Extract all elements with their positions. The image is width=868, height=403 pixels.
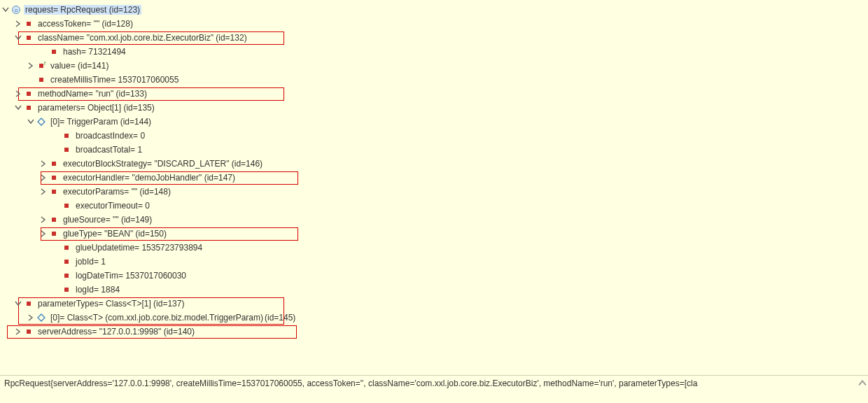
tree-label: executorHandler= "demoJobHandler" (id=14… xyxy=(62,173,237,183)
tree-row-createMillisTime[interactable]: createMillisTime= 1537017060055 xyxy=(0,73,868,87)
expand-toggle[interactable] xyxy=(13,102,24,113)
tree-row-accessToken[interactable]: accessToken= "" (id=128) xyxy=(0,17,868,31)
tree-label: logId= 1884 xyxy=(74,285,121,295)
tree-label: parameters= Object[1] (id=135) xyxy=(36,103,156,113)
tree-label: broadcastTotal= 1 xyxy=(74,145,144,155)
tree-row-logId[interactable]: logId= 1884 xyxy=(0,283,868,297)
tree-label: broadcastIndex= 0 xyxy=(74,131,146,141)
field-icon xyxy=(49,229,59,239)
svg-rect-9 xyxy=(27,106,31,110)
expand-toggle[interactable] xyxy=(13,32,24,43)
svg-rect-22 xyxy=(27,302,31,306)
field-icon xyxy=(49,173,59,183)
tree-row-jobId[interactable]: jobId= 1 xyxy=(0,255,868,269)
svg-rect-4 xyxy=(52,50,56,54)
field-icon xyxy=(24,89,34,99)
tree-row-glueSource[interactable]: glueSource= "" (id=149) xyxy=(0,213,868,227)
svg-rect-10 xyxy=(64,134,69,138)
field-icon xyxy=(49,187,59,197)
final-field-icon: f xyxy=(36,61,46,71)
field-icon xyxy=(62,201,71,211)
tree-label: executorTimeout= 0 xyxy=(74,201,151,211)
svg-rect-5 xyxy=(39,64,43,68)
svg-rect-21 xyxy=(64,288,69,292)
svg-rect-20 xyxy=(64,274,69,278)
tree-row-executorHandler[interactable]: executorHandler= "demoJobHandler" (id=14… xyxy=(0,171,868,185)
expand-toggle[interactable] xyxy=(38,172,49,183)
field-icon xyxy=(62,257,71,267)
expand-toggle[interactable] xyxy=(38,228,49,239)
svg-rect-12 xyxy=(52,162,56,166)
expand-toggle[interactable] xyxy=(25,312,36,323)
tree-row-broadcastIndex[interactable]: broadcastIndex= 0 xyxy=(0,129,868,143)
detail-text: RpcRequest{serverAddress='127.0.0.1:9998… xyxy=(4,379,697,388)
tree-row-hash[interactable]: hash= 71321494 xyxy=(0,45,868,59)
svg-rect-7 xyxy=(39,78,43,82)
expand-toggle[interactable] xyxy=(13,18,24,29)
tree-row-parameterTypes[interactable]: parameterTypes= Class<T>[1] (id=137) xyxy=(0,297,868,311)
tree-row-executorBlockStrategy[interactable]: executorBlockStrategy= "DISCARD_LATER" (… xyxy=(0,157,868,171)
tree-label: accessToken= "" (id=128) xyxy=(36,19,134,29)
expand-toggle[interactable] xyxy=(38,186,49,197)
tree-row-parameters[interactable]: parameters= Object[1] (id=135) xyxy=(0,101,868,115)
svg-rect-11 xyxy=(64,148,69,152)
svg-rect-14 xyxy=(52,190,56,194)
tree-row-glueUpdatetime[interactable]: glueUpdatetime= 1535723793894 xyxy=(0,241,868,255)
tree-label: request= RpcRequest (id=123) xyxy=(24,5,141,15)
tree-label: glueUpdatetime= 1535723793894 xyxy=(74,243,204,253)
tree-row-glueType[interactable]: glueType= "BEAN" (id=150) xyxy=(0,227,868,241)
tree-row-broadcastTotal[interactable]: broadcastTotal= 1 xyxy=(0,143,868,157)
tree-row-executorParams[interactable]: executorParams= "" (id=148) xyxy=(0,185,868,199)
tree-label: [0]= Class<T> (com.xxl.job.core.biz.mode… xyxy=(49,313,265,323)
expand-toggle[interactable] xyxy=(38,214,49,225)
tree-row-request[interactable]: o request= RpcRequest (id=123) xyxy=(0,3,868,17)
tree-label: jobId= 1 xyxy=(74,257,107,267)
array-element-icon xyxy=(36,313,46,323)
expand-toggle[interactable] xyxy=(38,158,49,169)
tree-row-value[interactable]: f value= (id=141) xyxy=(0,59,868,73)
field-icon xyxy=(49,159,59,169)
tree-row-methodName[interactable]: methodName= "run" (id=133) xyxy=(0,87,868,101)
tree-row-parameterType0[interactable]: [0]= Class<T> (com.xxl.job.core.biz.mode… xyxy=(0,311,868,325)
expand-toggle[interactable] xyxy=(25,116,36,127)
field-icon xyxy=(49,215,59,225)
tree-label: hash= 71321494 xyxy=(62,47,127,57)
tree-label: parameterTypes= Class<T>[1] (id=137) xyxy=(36,299,186,309)
svg-rect-15 xyxy=(64,204,69,208)
tree-label: value= (id=141) xyxy=(49,61,110,71)
tree-row-className[interactable]: className= "com.xxl.job.core.biz.Executo… xyxy=(0,31,868,45)
tree-row-serverAddress[interactable]: serverAddress= "127.0.0.1:9998" (id=140) xyxy=(0,325,868,339)
tree-label: glueType= "BEAN" (id=150) xyxy=(62,229,168,239)
tree-label: executorBlockStrategy= "DISCARD_LATER" (… xyxy=(62,159,264,169)
array-element-icon xyxy=(36,117,46,127)
expand-toggle[interactable] xyxy=(13,88,24,99)
svg-rect-3 xyxy=(27,36,31,40)
field-icon xyxy=(62,243,71,253)
expand-toggle[interactable] xyxy=(0,4,11,15)
scroll-up-icon[interactable] xyxy=(858,379,867,388)
tree-label: executorParams= "" (id=148) xyxy=(62,187,172,197)
tree-row-param0[interactable]: [0]= TriggerParam (id=144) xyxy=(0,115,868,129)
field-icon xyxy=(62,271,71,281)
svg-text:f: f xyxy=(44,61,46,66)
tree-label-suffix: (id=145) xyxy=(265,313,297,323)
detail-pane[interactable]: RpcRequest{serverAddress='127.0.0.1:9998… xyxy=(0,375,868,403)
tree-label: serverAddress= "127.0.0.1:9998" (id=140) xyxy=(36,327,196,337)
field-icon xyxy=(49,47,59,57)
expand-toggle[interactable] xyxy=(25,60,36,71)
field-icon xyxy=(24,33,34,43)
field-icon xyxy=(24,19,34,29)
expand-toggle[interactable] xyxy=(13,298,24,309)
expand-toggle[interactable] xyxy=(13,326,24,337)
tree-row-executorTimeout[interactable]: executorTimeout= 0 xyxy=(0,199,868,213)
field-icon xyxy=(24,103,34,113)
tree-label: logDateTim= 1537017060030 xyxy=(74,271,188,281)
tree-label: methodName= "run" (id=133) xyxy=(36,89,148,99)
tree-label: className= "com.xxl.job.core.biz.Executo… xyxy=(36,33,248,43)
svg-rect-8 xyxy=(27,92,31,96)
variables-tree[interactable]: o request= RpcRequest (id=123) accessTok… xyxy=(0,0,868,374)
svg-rect-13 xyxy=(52,176,56,180)
field-icon xyxy=(62,145,71,155)
field-icon xyxy=(24,327,34,337)
tree-row-logDateTim[interactable]: logDateTim= 1537017060030 xyxy=(0,269,868,283)
